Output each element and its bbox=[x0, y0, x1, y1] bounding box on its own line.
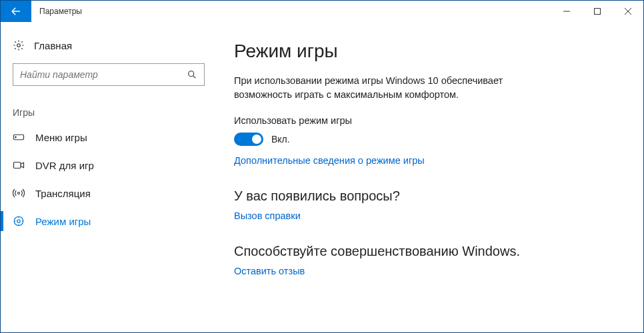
sidebar-home[interactable]: Главная bbox=[1, 34, 214, 57]
feedback-heading: Способствуйте совершенствованию Windows. bbox=[234, 244, 623, 259]
svg-rect-0 bbox=[595, 9, 601, 15]
game-bar-icon bbox=[13, 131, 25, 143]
game-mode-toggle[interactable] bbox=[234, 133, 263, 146]
sidebar-group-heading: Игры bbox=[1, 98, 214, 123]
sidebar-item-broadcasting[interactable]: Трансляция bbox=[1, 179, 214, 207]
search-input[interactable] bbox=[20, 69, 187, 80]
page-description: При использовании режима игры Windows 10… bbox=[234, 74, 521, 102]
page-title: Режим игры bbox=[234, 41, 623, 62]
search-box[interactable] bbox=[13, 63, 205, 86]
sidebar-item-label: DVR для игр bbox=[35, 160, 94, 171]
help-link[interactable]: Вызов справки bbox=[234, 210, 301, 221]
sidebar-item-label: Трансляция bbox=[35, 188, 91, 199]
sidebar: Главная Игры Меню игры DVR для игр bbox=[1, 22, 214, 332]
minimize-icon bbox=[563, 8, 570, 15]
game-mode-icon bbox=[13, 215, 25, 227]
close-button[interactable] bbox=[613, 1, 643, 22]
close-icon bbox=[625, 8, 631, 15]
window-controls bbox=[551, 1, 643, 22]
toggle-state-text: Вкл. bbox=[271, 134, 290, 145]
svg-point-5 bbox=[18, 192, 20, 194]
toggle-label: Использовать режим игры bbox=[234, 115, 623, 126]
dvr-icon bbox=[13, 159, 25, 171]
broadcast-icon bbox=[13, 187, 25, 199]
gear-icon bbox=[13, 39, 25, 51]
sidebar-item-game-bar[interactable]: Меню игры bbox=[1, 123, 214, 151]
maximize-button[interactable] bbox=[582, 1, 613, 22]
sidebar-item-game-dvr[interactable]: DVR для игр bbox=[1, 151, 214, 179]
back-button[interactable] bbox=[1, 1, 31, 22]
search-icon bbox=[187, 69, 197, 80]
main-content: Режим игры При использовании режима игры… bbox=[214, 22, 643, 332]
svg-point-7 bbox=[17, 220, 21, 223]
sidebar-item-label: Меню игры bbox=[35, 132, 87, 143]
titlebar: Параметры bbox=[1, 1, 643, 22]
sidebar-home-label: Главная bbox=[34, 40, 72, 51]
svg-point-2 bbox=[189, 71, 194, 77]
learn-more-link[interactable]: Дополнительные сведения о режиме игры bbox=[234, 155, 425, 166]
arrow-left-icon bbox=[10, 5, 22, 17]
svg-point-1 bbox=[17, 44, 21, 47]
window-title: Параметры bbox=[31, 1, 90, 22]
minimize-button[interactable] bbox=[551, 1, 582, 22]
feedback-link[interactable]: Оставить отзыв bbox=[234, 266, 305, 276]
maximize-icon bbox=[594, 8, 601, 15]
svg-rect-4 bbox=[14, 163, 21, 168]
sidebar-item-game-mode[interactable]: Режим игры bbox=[1, 207, 214, 235]
sidebar-item-label: Режим игры bbox=[35, 216, 91, 227]
questions-heading: У вас появились вопросы? bbox=[234, 188, 623, 204]
